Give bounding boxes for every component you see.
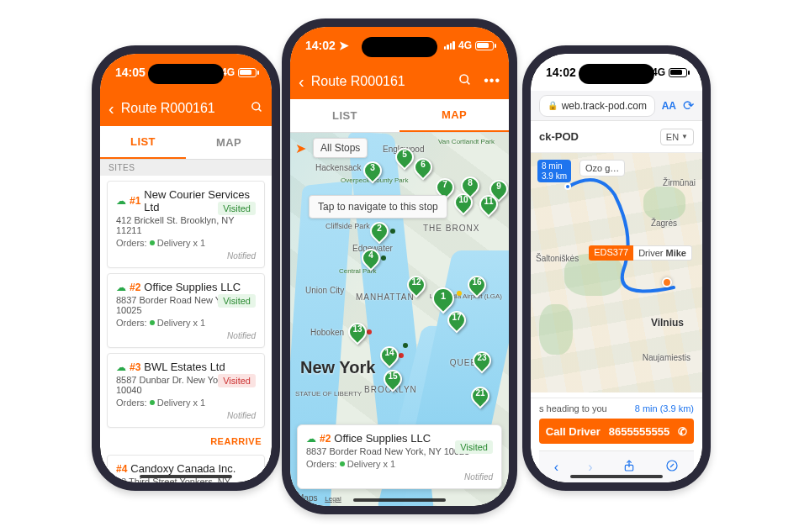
map-pin[interactable]: 1 (432, 287, 451, 313)
map-pin[interactable]: 5 (395, 148, 414, 173)
status-time: 14:02 (546, 66, 576, 79)
status-dot-icon (150, 240, 155, 245)
compass-icon[interactable]: ➤ (295, 140, 306, 156)
map-pin[interactable]: 16 (468, 276, 486, 301)
all-stops-button[interactable]: All Stops (313, 138, 368, 158)
more-icon[interactable]: ••• (484, 73, 500, 90)
eta-text: 8 min (3.9 km) (635, 403, 694, 413)
map-place-label: STATUE OF LIBERTY (295, 390, 362, 398)
back-icon[interactable]: ‹ (554, 460, 558, 475)
safari-icon[interactable] (665, 459, 679, 476)
map-pin[interactable]: 12 (407, 276, 426, 301)
map-area-label: MANHATTAN (356, 292, 415, 302)
chevron-down-icon: ▼ (681, 133, 688, 140)
header-title: Route R000161 (121, 101, 244, 116)
svg-line-1 (258, 108, 261, 111)
heading-text: s heading to you (539, 403, 607, 413)
vehicle-id: EDS377 (589, 245, 633, 261)
map-pin[interactable]: 23 (473, 351, 491, 377)
stop-card[interactable]: #4 Candoxy Canada Inc. 58 Third Street Y… (107, 455, 265, 482)
map-pin[interactable]: 14 (380, 346, 399, 371)
selected-stop-card[interactable]: ☁ #2 Office Supplies LLC 8837 Border Roa… (297, 424, 502, 489)
cloud-icon: ☁ (116, 282, 126, 293)
tracking-map[interactable]: Žirmūnai Šaltoniškės Žagrės Vilnius Nauj… (531, 153, 702, 392)
pin-status-dot (399, 353, 404, 358)
phone-icon: ✆ (678, 425, 687, 438)
signal-icon (444, 41, 455, 50)
pin-status-dot (403, 343, 408, 348)
tabs: LIST MAP (100, 126, 272, 160)
tracking-footer: s heading to you 8 min (3.9 km) Call Dri… (531, 398, 702, 482)
svg-point-4 (460, 75, 468, 82)
home-indicator (570, 475, 663, 478)
lock-icon: 🔒 (548, 101, 558, 110)
stop-name: BWL Estates Ltd (144, 361, 225, 373)
eta-chip: 8 min 3.9 km (537, 160, 571, 182)
map-pin[interactable]: 4 (362, 249, 380, 274)
map-park-label: Van Cortlandt Park (438, 138, 495, 145)
map-pin[interactable]: 2 (370, 222, 389, 247)
stop-name: Candoxy Canada Inc. (130, 462, 235, 475)
language-button[interactable]: EN ▼ (660, 129, 694, 145)
pin-status-dot (390, 229, 395, 234)
aa-button[interactable]: AA (662, 100, 676, 112)
visited-badge: Visited (218, 294, 256, 308)
status-time: 14:02 (305, 39, 336, 52)
map-pin[interactable]: 6 (414, 158, 432, 183)
tab-map[interactable]: MAP (186, 126, 272, 159)
tab-list[interactable]: LIST (290, 99, 400, 132)
map-pin[interactable]: 10 (454, 193, 473, 219)
map-city-label: New York (300, 358, 375, 377)
url-text: web.track-pod.com (562, 100, 647, 112)
driver-chip[interactable]: EDS377 Driver Mike (589, 245, 692, 261)
status-time: 14:05 (115, 66, 146, 79)
stop-card[interactable]: ☁ #2 Office Supplies LLC 8837 Border Roa… (107, 273, 265, 348)
stop-card[interactable]: ☁ #1 New Courier Services Ltd 412 Bricke… (107, 181, 265, 268)
map-pin[interactable]: 17 (447, 311, 466, 336)
route-map[interactable]: New York BROOKLYN MANHATTAN Hoboken Unio… (290, 133, 509, 506)
tab-list[interactable]: LIST (100, 126, 186, 159)
legal-link[interactable]: Legal (325, 495, 341, 503)
stop-card[interactable]: ☁ #3 BWL Estates Ltd 8587 Dunbar Dr. New… (107, 353, 265, 428)
origin-dot-icon (564, 183, 571, 190)
map-pin[interactable]: 21 (471, 387, 489, 412)
reload-icon[interactable]: ⟳ (683, 97, 694, 113)
visited-badge: Visited (218, 202, 256, 215)
call-driver-button[interactable]: Call Driver 8655555555 ✆ (539, 419, 694, 444)
safari-address-bar[interactable]: 🔒 web.track-pod.com AA ⟳ (531, 91, 702, 121)
status-dot-icon (150, 320, 155, 325)
stop-name: Office Supplies LLC (334, 432, 431, 445)
map-pin[interactable]: 11 (479, 195, 498, 220)
nav-tooltip[interactable]: Tap to navigate to this stop (309, 195, 447, 219)
map-pin[interactable]: 3 (363, 161, 382, 187)
stop-number: #2 (320, 433, 331, 445)
map-pin[interactable]: 13 (348, 323, 367, 348)
map-place-label: Union City (305, 286, 344, 295)
map-place-label: Hackensack (315, 163, 361, 172)
rearrive-button[interactable]: REARRIVE (100, 433, 272, 450)
map-area-label: THE BRONX (423, 224, 479, 233)
search-icon[interactable] (458, 73, 472, 90)
visited-badge: Visited (218, 374, 256, 387)
pin-status-dot (381, 255, 386, 261)
map-place-label: Cliffside Park (325, 222, 370, 230)
stop-number: #2 (130, 282, 140, 293)
orders-label: Orders: (116, 238, 147, 248)
stop-name: Office Supplies LLC (144, 281, 241, 293)
pin-status-dot (367, 329, 372, 334)
map-pin[interactable]: 15 (384, 370, 402, 395)
back-icon[interactable]: ‹ (108, 99, 114, 119)
battery-icon (475, 41, 494, 50)
share-icon[interactable] (622, 459, 636, 476)
back-icon[interactable]: ‹ (299, 72, 304, 92)
address-chip: Ozo g… (579, 160, 625, 176)
stop-number: #4 (116, 463, 127, 475)
notified-label: Notified (116, 251, 256, 261)
search-icon[interactable] (251, 101, 263, 117)
cloud-icon: ☁ (116, 195, 126, 207)
page-header: ck-POD EN ▼ (531, 121, 702, 153)
forward-icon[interactable]: › (588, 460, 592, 475)
cloud-icon: ☁ (116, 361, 126, 373)
orders-label: Orders: (306, 459, 337, 469)
tab-map[interactable]: MAP (400, 99, 509, 132)
